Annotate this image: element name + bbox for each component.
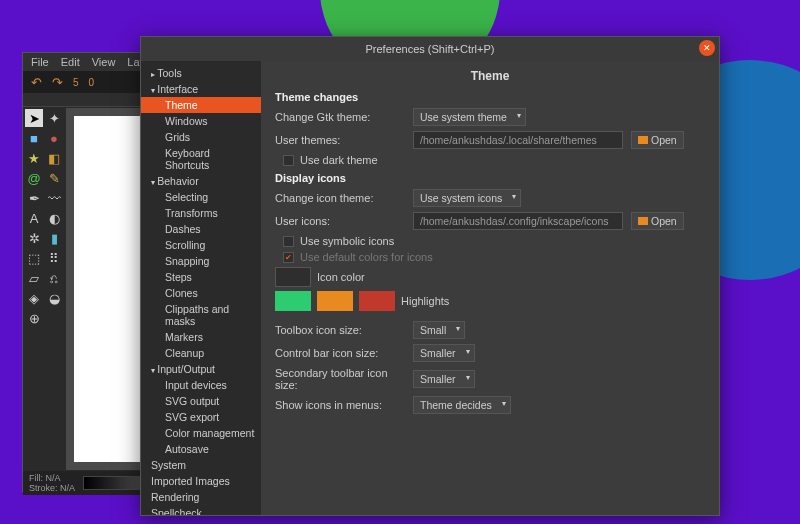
tree-clones[interactable]: Clones bbox=[141, 285, 261, 301]
star-tool-icon[interactable]: ★ bbox=[25, 149, 43, 167]
secondary-size-dropdown[interactable]: Smaller bbox=[413, 370, 475, 388]
dialog-title: Preferences (Shift+Ctrl+P) bbox=[366, 43, 495, 55]
stroke-value: N/A bbox=[60, 483, 75, 493]
control-bar-size-dropdown[interactable]: Smaller bbox=[413, 344, 475, 362]
selector-tool-icon[interactable]: ➤ bbox=[25, 109, 43, 127]
menu-file[interactable]: File bbox=[31, 56, 49, 68]
tree-steps[interactable]: Steps bbox=[141, 269, 261, 285]
label-user-themes: User themes: bbox=[275, 134, 405, 146]
preferences-tree: Tools Interface Theme Windows Grids Keyb… bbox=[141, 61, 261, 515]
highlight-swatch-3[interactable] bbox=[359, 291, 395, 311]
dialog-titlebar: Preferences (Shift+Ctrl+P) ✕ bbox=[141, 37, 719, 61]
folder-icon bbox=[638, 136, 648, 144]
gradient-tool-icon[interactable]: ◐ bbox=[45, 209, 63, 227]
text-tool-icon[interactable]: A bbox=[25, 209, 43, 227]
angle-value: 0 bbox=[89, 77, 95, 88]
icon-color-swatch[interactable] bbox=[275, 267, 311, 287]
fill-label: Fill: bbox=[29, 473, 43, 483]
tree-tools[interactable]: Tools bbox=[141, 65, 261, 81]
tree-input-devices[interactable]: Input devices bbox=[141, 377, 261, 393]
highlight-swatch-2[interactable] bbox=[317, 291, 353, 311]
node-tool-icon[interactable]: ✦ bbox=[45, 109, 63, 127]
calligraphy-tool-icon[interactable]: 〰 bbox=[45, 189, 63, 207]
gtk-theme-dropdown[interactable]: Use system theme bbox=[413, 108, 526, 126]
toolbox: ➤✦ ■● ★◧ @✎ ✒〰 A◐ ✲▮ ⬚⠿ ▱⎌ ◈◒ ⊕ bbox=[23, 107, 65, 471]
tree-cleanup[interactable]: Cleanup bbox=[141, 345, 261, 361]
close-icon[interactable]: ✕ bbox=[699, 40, 715, 56]
stroke-label: Stroke: bbox=[29, 483, 58, 493]
open-icons-button[interactable]: Open bbox=[631, 212, 684, 230]
menu-edit[interactable]: Edit bbox=[61, 56, 80, 68]
tree-clippaths[interactable]: Clippaths and masks bbox=[141, 301, 261, 329]
tree-keyboard[interactable]: Keyboard Shortcuts bbox=[141, 145, 261, 173]
lpe-tool-icon[interactable]: ◈ bbox=[25, 289, 43, 307]
tree-grids[interactable]: Grids bbox=[141, 129, 261, 145]
page-title: Theme bbox=[275, 69, 705, 83]
tree-transforms[interactable]: Transforms bbox=[141, 205, 261, 221]
undo-icon[interactable]: ↶ bbox=[31, 75, 42, 90]
use-dark-checkbox[interactable] bbox=[283, 155, 294, 166]
tree-dashes[interactable]: Dashes bbox=[141, 221, 261, 237]
circle-tool-icon[interactable]: ● bbox=[45, 129, 63, 147]
tree-system[interactable]: System bbox=[141, 457, 261, 473]
menu-view[interactable]: View bbox=[92, 56, 116, 68]
folder-icon bbox=[638, 217, 648, 225]
label-toolbox-size: Toolbox icon size: bbox=[275, 324, 405, 336]
pen-tool-icon[interactable]: ✒ bbox=[25, 189, 43, 207]
tree-windows[interactable]: Windows bbox=[141, 113, 261, 129]
zoom-tool-icon[interactable]: ⊕ bbox=[25, 309, 43, 327]
tree-spellcheck[interactable]: Spellcheck bbox=[141, 505, 261, 515]
symbolic-icons-checkbox[interactable] bbox=[283, 236, 294, 247]
label-default-colors: Use default colors for icons bbox=[300, 251, 433, 263]
label-highlights: Highlights bbox=[401, 295, 449, 307]
dropper-tool-icon[interactable]: ✲ bbox=[25, 229, 43, 247]
tree-svg-output[interactable]: SVG output bbox=[141, 393, 261, 409]
label-control-bar-size: Control bar icon size: bbox=[275, 347, 405, 359]
icon-theme-dropdown[interactable]: Use system icons bbox=[413, 189, 521, 207]
tree-imported[interactable]: Imported Images bbox=[141, 473, 261, 489]
fill-value: N/A bbox=[46, 473, 61, 483]
tree-snapping[interactable]: Snapping bbox=[141, 253, 261, 269]
pencil-tool-icon[interactable]: ✎ bbox=[45, 169, 63, 187]
preferences-dialog: Preferences (Shift+Ctrl+P) ✕ Tools Inter… bbox=[140, 36, 720, 516]
label-symbolic: Use symbolic icons bbox=[300, 235, 394, 247]
tree-theme[interactable]: Theme bbox=[141, 97, 261, 113]
tree-autosave[interactable]: Autosave bbox=[141, 441, 261, 457]
tree-svg-export[interactable]: SVG export bbox=[141, 409, 261, 425]
preferences-content: Theme Theme changes Change Gtk theme: Us… bbox=[261, 61, 719, 515]
tree-color-mgmt[interactable]: Color management bbox=[141, 425, 261, 441]
paint-bucket-icon[interactable]: ▮ bbox=[45, 229, 63, 247]
tree-selecting[interactable]: Selecting bbox=[141, 189, 261, 205]
redo-icon[interactable]: ↷ bbox=[52, 75, 63, 90]
user-icons-input[interactable]: /home/ankushdas/.config/inkscape/icons bbox=[413, 212, 623, 230]
tree-scrolling[interactable]: Scrolling bbox=[141, 237, 261, 253]
tweak-tool-icon[interactable]: ⬚ bbox=[25, 249, 43, 267]
section-display-icons: Display icons bbox=[275, 172, 705, 184]
open-themes-button[interactable]: Open bbox=[631, 131, 684, 149]
label-icon-color: Icon color bbox=[317, 271, 365, 283]
label-user-icons: User icons: bbox=[275, 215, 405, 227]
eraser-tool-icon[interactable]: ▱ bbox=[25, 269, 43, 287]
highlight-swatch-1[interactable] bbox=[275, 291, 311, 311]
connector-tool-icon[interactable]: ⎌ bbox=[45, 269, 63, 287]
spray-tool-icon[interactable]: ⠿ bbox=[45, 249, 63, 267]
section-theme-changes: Theme changes bbox=[275, 91, 705, 103]
tree-interface[interactable]: Interface bbox=[141, 81, 261, 97]
rect-tool-icon[interactable]: ■ bbox=[25, 129, 43, 147]
default-colors-checkbox[interactable]: ✔ bbox=[283, 252, 294, 263]
tree-rendering[interactable]: Rendering bbox=[141, 489, 261, 505]
label-use-dark: Use dark theme bbox=[300, 154, 378, 166]
toolbox-size-dropdown[interactable]: Small bbox=[413, 321, 465, 339]
spiral-tool-icon[interactable]: @ bbox=[25, 169, 43, 187]
user-themes-input[interactable]: /home/ankushdas/.local/share/themes bbox=[413, 131, 623, 149]
tree-io[interactable]: Input/Output bbox=[141, 361, 261, 377]
tree-behavior[interactable]: Behavior bbox=[141, 173, 261, 189]
label-secondary-size: Secondary toolbar icon size: bbox=[275, 367, 405, 391]
tree-markers[interactable]: Markers bbox=[141, 329, 261, 345]
3d-tool-icon[interactable]: ◧ bbox=[45, 149, 63, 167]
label-show-menus: Show icons in menus: bbox=[275, 399, 405, 411]
label-change-icon: Change icon theme: bbox=[275, 192, 405, 204]
show-menus-dropdown[interactable]: Theme decides bbox=[413, 396, 511, 414]
measure-tool-icon[interactable]: ◒ bbox=[45, 289, 63, 307]
label-change-gtk: Change Gtk theme: bbox=[275, 111, 405, 123]
